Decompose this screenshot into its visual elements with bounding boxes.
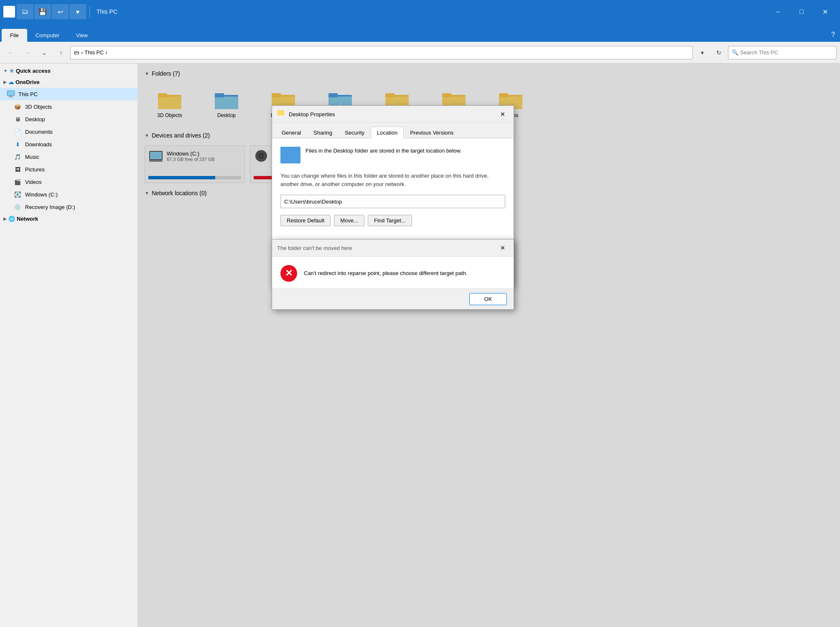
documents-label: Documents — [25, 129, 53, 135]
breadcrumb-end-sep: › — [106, 49, 107, 56]
tab-view[interactable]: View — [68, 29, 96, 42]
documents-icon: 📄 — [13, 127, 22, 136]
svg-rect-7 — [8, 97, 13, 97]
minimize-button[interactable]: – — [766, 0, 790, 23]
quick-access-header[interactable]: ▼ ★ Quick access — [0, 65, 137, 76]
sidebar-item-music[interactable]: 🎵 Music — [0, 150, 137, 163]
svg-rect-0 — [5, 8, 9, 11]
svg-rect-6 — [10, 96, 12, 97]
quick-access-chevron: ▼ — [3, 69, 8, 73]
breadcrumb-folder-icon: 🗁 — [74, 49, 79, 56]
breadcrumb-this-pc[interactable]: This PC — [84, 49, 104, 56]
sidebar: ▼ ★ Quick access ▶ ☁ OneDrive This PC 📦 … — [0, 64, 138, 627]
error-message: Can't redirect into reparse point, pleas… — [304, 269, 468, 278]
tab-previous-versions[interactable]: Previous Versions — [404, 127, 460, 138]
drive-c-label: Windows (C:) — [25, 191, 58, 198]
error-footer: OK — [272, 288, 514, 309]
forward-button[interactable]: → — [20, 46, 35, 59]
network-header[interactable]: ▶ 🌐 Network — [0, 213, 137, 224]
this-pc-label: This PC — [18, 91, 38, 97]
recent-locations-button[interactable]: ⌄ — [37, 46, 52, 59]
restore-default-button[interactable]: Restore Default — [280, 215, 331, 226]
properties-toolbar-btn[interactable]: 🗂 — [17, 4, 33, 19]
quick-access-label: Quick access — [16, 68, 51, 74]
quick-access-toolbar: 🗂 💾 ↩ ▾ — [17, 4, 86, 19]
3dobjects-label: 3D Objects — [25, 104, 52, 110]
move-button[interactable]: Move... — [334, 215, 364, 226]
sidebar-item-recovery-d[interactable]: 💿 Recovery Image (D:) — [0, 201, 137, 213]
save-toolbar-btn[interactable]: 💾 — [34, 4, 51, 19]
sidebar-item-videos[interactable]: 🎬 Videos — [0, 176, 137, 188]
videos-label: Videos — [25, 179, 42, 185]
location-path-input[interactable] — [280, 195, 505, 208]
network-label: Network — [17, 216, 38, 222]
window-controls: – □ ✕ — [766, 0, 837, 23]
maximize-button[interactable]: □ — [790, 0, 813, 23]
pictures-label: Pictures — [25, 166, 45, 173]
sidebar-item-downloads[interactable]: ⬇ Downloads — [0, 138, 137, 150]
sidebar-item-pictures[interactable]: 🖼 Pictures — [0, 163, 137, 176]
address-field[interactable]: 🗁 › This PC › — [70, 46, 693, 59]
drive-d-icon: 💿 — [13, 203, 22, 211]
sidebar-item-windows-c[interactable]: 💽 Windows (C:) — [0, 188, 137, 201]
location-buttons: Restore Default Move... Find Target... — [280, 215, 505, 226]
desktop-props-titlebar: Desktop Properties ✕ — [272, 106, 514, 123]
svg-rect-37 — [277, 111, 284, 115]
svg-rect-5 — [8, 91, 14, 95]
desktop-icon: 🖥 — [13, 115, 22, 123]
back-button[interactable]: ← — [3, 46, 18, 59]
app-icon — [3, 6, 15, 18]
search-icon: 🔍 — [732, 49, 738, 56]
location-description: Files in the Desktop folder are stored i… — [305, 147, 462, 155]
desktop-props-close-button[interactable]: ✕ — [497, 109, 509, 119]
tab-location[interactable]: Location — [371, 127, 404, 138]
downloads-icon: ⬇ — [13, 140, 22, 148]
quick-access-icon: ★ — [9, 68, 14, 74]
address-dropdown-button[interactable]: ▾ — [695, 46, 710, 59]
drive-c-icon: 💽 — [13, 190, 22, 199]
tab-computer[interactable]: Computer — [27, 29, 68, 42]
tab-security[interactable]: Security — [339, 127, 371, 138]
dropdown-toolbar-btn[interactable]: ▾ — [69, 4, 86, 19]
undo-toolbar-btn[interactable]: ↩ — [52, 4, 69, 19]
network-icon: 🌐 — [8, 216, 15, 222]
onedrive-header[interactable]: ▶ ☁ OneDrive — [0, 76, 137, 88]
content-area: ▼ Folders (7) 3D Objects Desktop Docum — [138, 64, 840, 627]
sidebar-item-documents[interactable]: 📄 Documents — [0, 125, 137, 138]
sidebar-item-3dobjects[interactable]: 📦 3D Objects — [0, 100, 137, 113]
find-target-button[interactable]: Find Target... — [368, 215, 412, 226]
sidebar-item-desktop[interactable]: 🖥 Desktop — [0, 113, 137, 125]
window-title: This PC — [97, 8, 765, 15]
error-icon: ✕ — [280, 265, 297, 282]
error-content: ✕ Can't redirect into reparse point, ple… — [272, 257, 514, 288]
desktop-props-title-text: Desktop Properties — [289, 111, 494, 117]
tab-sharing[interactable]: Sharing — [307, 127, 339, 138]
tab-general[interactable]: General — [275, 127, 307, 138]
videos-icon: 🎬 — [13, 178, 22, 186]
onedrive-chevron: ▶ — [3, 80, 7, 84]
search-box[interactable]: 🔍 — [728, 46, 837, 59]
tab-file[interactable]: File — [2, 29, 27, 42]
location-folder-icon — [280, 147, 300, 163]
search-input[interactable] — [740, 49, 833, 56]
svg-rect-3 — [10, 12, 13, 15]
breadcrumb-separator: › — [81, 49, 83, 56]
svg-rect-1 — [10, 8, 13, 11]
onedrive-label: OneDrive — [15, 79, 40, 85]
toolbar-separator — [89, 6, 90, 18]
address-bar: ← → ⌄ ↑ 🗁 › This PC › ▾ ↻ 🔍 — [0, 42, 840, 64]
title-bar: 🗂 💾 ↩ ▾ This PC – □ ✕ — [0, 0, 840, 23]
3dobjects-icon: 📦 — [13, 102, 22, 111]
location-change-desc: You can change where files in this folde… — [280, 172, 505, 188]
close-button[interactable]: ✕ — [813, 0, 837, 23]
error-ok-button[interactable]: OK — [469, 293, 507, 305]
this-pc-icon — [7, 90, 15, 98]
error-close-button[interactable]: ✕ — [497, 243, 509, 253]
music-label: Music — [25, 154, 39, 160]
main-layout: ▼ ★ Quick access ▶ ☁ OneDrive This PC 📦 … — [0, 64, 840, 627]
music-icon: 🎵 — [13, 153, 22, 161]
up-button[interactable]: ↑ — [53, 46, 69, 59]
refresh-button[interactable]: ↻ — [711, 46, 726, 59]
sidebar-item-this-pc[interactable]: This PC — [0, 88, 137, 100]
ribbon-help-icon[interactable]: ? — [828, 28, 838, 42]
